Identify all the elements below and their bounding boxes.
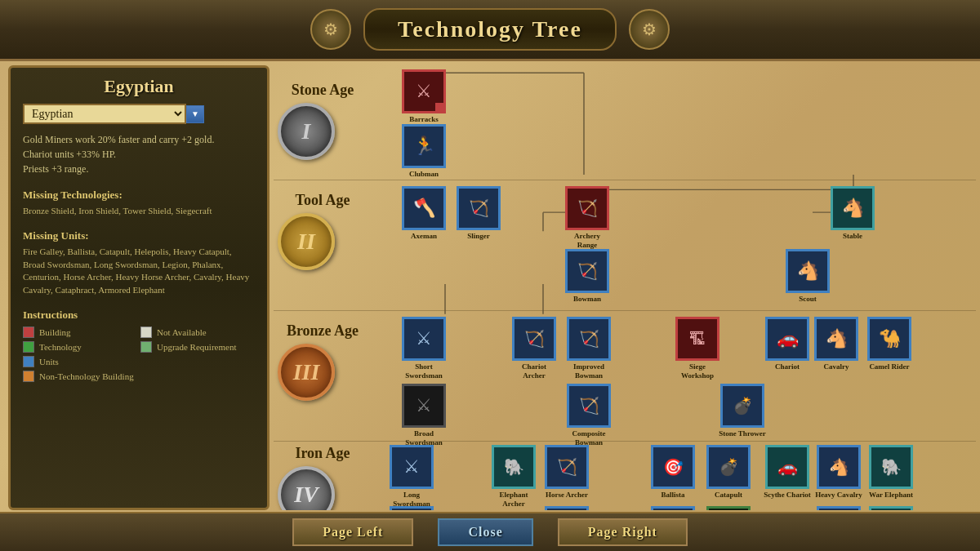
close-button[interactable]: Close <box>438 518 532 546</box>
node-catapult[interactable]: 💣 Catapult <box>705 445 752 500</box>
bowman-icon[interactable]: 🏹 <box>565 249 609 293</box>
node-chariot[interactable]: 🚗 Chariot <box>764 317 811 371</box>
cavalry-icon[interactable]: 🐴 <box>814 317 858 361</box>
node-short-sword[interactable]: ⚔ Short Swordsman <box>400 317 448 380</box>
chariot-icon[interactable]: 🚗 <box>765 317 809 361</box>
siege-workshop-icon[interactable]: 🏗 <box>675 317 719 361</box>
iron-age-label-area: Iron Age IV <box>278 445 368 510</box>
node-improved-bowman[interactable]: 🏹 Improved Bowman <box>565 317 612 380</box>
node-camel-rider[interactable]: 🐪 Camel Rider <box>866 317 913 371</box>
short-sword-icon[interactable]: ⚔ <box>402 317 446 361</box>
barracks-icon[interactable]: ⚔ <box>402 69 446 113</box>
archery-range-label: Archery Range <box>564 232 611 250</box>
long-sword-icon[interactable]: ⚔ <box>390 445 434 489</box>
bowman-label: Bowman <box>573 295 601 304</box>
node-barracks[interactable]: ⚔ Barracks <box>400 69 448 124</box>
legend-technology-color <box>23 341 34 353</box>
node-armored-elephant[interactable]: 🐘 Armored Elephant <box>867 506 915 510</box>
legend-nontech: Non-Technology Building <box>23 371 137 382</box>
node-broad-sword[interactable]: ⚔ Broad Swordsman <box>400 384 448 447</box>
node-ballista[interactable]: 🎯 Ballista <box>649 445 697 500</box>
broad-sword-icon[interactable]: ⚔ <box>402 384 446 428</box>
missing-units-title: Missing Units: <box>23 229 255 242</box>
legend-upgrade-label: Upgrade Requirement <box>157 342 236 352</box>
node-composite-bowman[interactable]: 🏹 Composite Bowman <box>565 384 612 447</box>
header: ⚙ Technology Tree ⚙ <box>0 0 980 61</box>
elephant-archer-icon[interactable]: 🐘 <box>492 445 536 489</box>
node-scythe-chariot[interactable]: 🚗 Scythe Chariot <box>764 445 811 500</box>
composite-bowman-icon[interactable]: 🏹 <box>567 384 611 428</box>
stable-label: Stable <box>843 232 862 241</box>
catapult-icon[interactable]: 💣 <box>706 445 751 489</box>
ballista-icon[interactable]: 🎯 <box>651 445 695 489</box>
node-elephant-archer[interactable]: 🐘 Elephant Archer <box>490 445 537 509</box>
page-right-button[interactable]: Page Right <box>558 518 688 546</box>
archery-range-icon[interactable]: 🏹 <box>565 186 609 230</box>
tool-age-row: Tool Age II 🪓 Axeman 🏹 Slinger 🏹 Archery… <box>274 180 976 310</box>
heavy-horse-archer-icon[interactable]: 🏹 <box>545 506 589 510</box>
node-heavy-horse-archer[interactable]: 🏹 Heavy Horse Archer <box>543 506 590 510</box>
clubman-icon[interactable]: 🏃 <box>402 124 446 168</box>
node-stone-thrower[interactable]: 💣 Stone Thrower <box>719 384 766 438</box>
node-clubman[interactable]: 🏃 Clubman <box>400 124 448 179</box>
node-war-elephant[interactable]: 🐘 War Elephant <box>867 445 915 500</box>
bronze-age-name: Bronze Age <box>278 322 368 340</box>
improved-bowman-icon[interactable]: 🏹 <box>567 317 611 361</box>
horse-archer-label: Horse Archer <box>546 491 588 500</box>
stone-thrower-icon[interactable]: 💣 <box>720 384 764 428</box>
civ-select[interactable]: Egyptian <box>23 104 186 124</box>
node-archery-range[interactable]: 🏹 Archery Range <box>564 186 611 250</box>
chariot-archer-label: Chariot Archer <box>510 362 558 380</box>
legend-empty1 <box>140 356 255 367</box>
scythe-chariot-label: Scythe Chariot <box>764 491 811 500</box>
node-cavalry[interactable]: 🐴 Cavalry <box>813 317 860 371</box>
camel-rider-label: Camel Rider <box>869 362 909 371</box>
node-long-sword[interactable]: ⚔ Long Swordsman <box>388 445 435 509</box>
node-bowman[interactable]: 🏹 Bowman <box>564 249 611 304</box>
legend-not-available-color <box>140 327 152 338</box>
stone-age-row: Stone Age I ⚔ Barracks 🏃 Clubman <box>274 65 976 180</box>
page-left-button[interactable]: Page Left <box>292 518 413 546</box>
node-siege-workshop[interactable]: 🏗 Siege Workshop <box>674 317 721 380</box>
missing-tech-list: Bronze Shield, Iron Shield, Tower Shield… <box>23 205 255 217</box>
node-horse-archer[interactable]: 🏹 Horse Archer <box>543 445 590 500</box>
node-heavy-cavalry[interactable]: 🐴 Heavy Cavalry <box>815 445 862 500</box>
axeman-icon[interactable]: 🪓 <box>402 186 446 230</box>
armored-elephant-icon[interactable]: 🐘 <box>869 506 913 510</box>
scythe-chariot-icon[interactable]: 🚗 <box>765 445 809 489</box>
legend-units: Units <box>23 356 137 367</box>
horse-archer-icon[interactable]: 🏹 <box>545 445 589 489</box>
cataphract-icon[interactable]: 🐴 <box>817 506 861 510</box>
legend-nontech-color <box>23 371 34 382</box>
node-stable[interactable]: 🐴 Stable <box>829 186 876 241</box>
chariot-archer-icon[interactable]: 🏹 <box>512 317 556 361</box>
slinger-label: Slinger <box>467 232 490 241</box>
node-chariot-archer[interactable]: 🏹 Chariot Archer <box>510 317 558 380</box>
stone-age-label-area: Stone Age I <box>278 82 368 160</box>
scout-icon[interactable]: 🐴 <box>786 249 830 293</box>
heavy-catapult-icon[interactable]: 💣 <box>706 506 751 510</box>
heavy-cavalry-icon[interactable]: 🐴 <box>817 445 861 489</box>
node-slinger[interactable]: 🏹 Slinger <box>455 186 502 241</box>
clubman-label: Clubman <box>409 170 439 179</box>
elephant-archer-label: Elephant Archer <box>490 491 537 509</box>
war-elephant-icon[interactable]: 🐘 <box>869 445 913 489</box>
node-scout[interactable]: 🐴 Scout <box>784 249 831 304</box>
node-cataphract[interactable]: 🐴 Cataphract <box>815 506 862 510</box>
node-helepolis[interactable]: 🏗 Helepolis <box>649 506 697 510</box>
stable-icon[interactable]: 🐴 <box>831 186 875 230</box>
slinger-icon[interactable]: 🏹 <box>457 186 501 230</box>
node-axeman[interactable]: 🪓 Axeman <box>400 186 448 241</box>
legend-building-label: Building <box>39 327 71 337</box>
civ-dropdown-button[interactable]: ▼ <box>186 105 204 123</box>
bronze-age-label-area: Bronze Age III <box>278 322 368 401</box>
legion-icon[interactable]: ⚔ <box>390 506 434 510</box>
ornament-right: ⚙ <box>629 9 670 50</box>
helepolis-icon[interactable]: 🏗 <box>651 506 695 510</box>
stone-age-coin: I <box>278 103 335 160</box>
tool-age-coin: II <box>278 213 335 270</box>
stone-age-name: Stone Age <box>278 82 368 99</box>
node-heavy-catapult[interactable]: 💣 Heavy Catapult <box>705 506 752 510</box>
camel-rider-icon[interactable]: 🐪 <box>867 317 911 361</box>
node-legion[interactable]: ⚔ Legion <box>388 506 435 510</box>
